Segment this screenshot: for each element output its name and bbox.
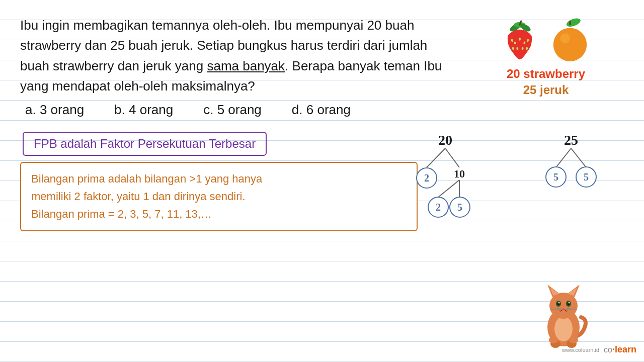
definition-text: Bilangan prima adalah bilangan >1 yang h… <box>31 170 407 223</box>
svg-point-24 <box>554 316 573 341</box>
svg-point-43 <box>549 336 558 343</box>
choice-d: d. 6 orang <box>292 102 351 118</box>
svg-point-34 <box>558 302 560 304</box>
colearn-brand: co·learn <box>604 344 636 355</box>
svg-line-19 <box>438 180 459 198</box>
fruit-images <box>500 18 593 63</box>
node-5-right-r: 5 <box>576 166 597 188</box>
svg-point-15 <box>553 28 587 62</box>
orange-label: 25 jeruk <box>523 83 569 97</box>
fruit-section: 20 strawberry 25 jeruk <box>468 15 624 97</box>
def-line3: Bilangan prima = 2, 3, 5, 7, 11, 13,… <box>31 208 212 220</box>
fpb-label: FPB adalah Faktor Persekutuan Terbesar <box>34 137 256 150</box>
svg-line-17 <box>427 148 445 167</box>
tree-25: 25 5 5 <box>543 132 599 188</box>
strawberry-label: 20 strawberry <box>507 67 585 81</box>
top-section: Ibu ingin membagikan temannya oleh-oleh.… <box>20 15 624 97</box>
factor-trees: 20 2 10 2 5 <box>413 132 599 213</box>
definition-box: Bilangan prima adalah bilangan >1 yang h… <box>20 162 418 231</box>
svg-point-5 <box>519 37 521 40</box>
strawberry-icon <box>500 19 540 62</box>
question-text: Ibu ingin membagikan temannya oleh-oleh.… <box>20 15 458 96</box>
svg-point-13 <box>565 18 581 28</box>
orange-icon <box>547 18 593 63</box>
colearn-url: www.colearn.id <box>562 347 599 353</box>
choices: a. 3 orang b. 4 orang c. 5 orang d. 6 or… <box>20 102 624 118</box>
svg-line-22 <box>571 148 586 167</box>
node-10: 10 <box>449 167 470 180</box>
svg-point-35 <box>569 302 570 304</box>
fpb-box: FPB adalah Faktor Persekutuan Terbesar <box>23 132 267 156</box>
svg-line-21 <box>556 148 571 167</box>
svg-line-18 <box>445 148 459 167</box>
def-line2: memiliki 2 faktor, yaitu 1 dan dirinya s… <box>31 190 246 203</box>
page: Ibu ingin membagikan temannya oleh-oleh.… <box>0 0 644 362</box>
node-2-right: 2 <box>428 197 449 218</box>
node-5-right-l: 5 <box>545 166 567 188</box>
factor-tree-section: 20 2 10 2 5 <box>413 132 599 213</box>
node-2-left: 2 <box>416 167 437 189</box>
def-line1: Bilangan prima adalah bilangan >1 yang h… <box>31 172 262 185</box>
choice-b: b. 4 orang <box>114 102 173 118</box>
cat-illustration <box>533 269 594 352</box>
underline-text: sama banyak <box>207 58 285 73</box>
svg-point-16 <box>560 33 570 43</box>
tree-20: 20 2 10 2 5 <box>413 132 478 213</box>
node-5-left: 5 <box>449 197 470 218</box>
choice-c: c. 5 orang <box>203 102 262 118</box>
cat-svg <box>533 269 594 350</box>
choice-a: a. 3 orang <box>25 102 84 118</box>
svg-point-44 <box>569 336 578 343</box>
colearn-logo: www.colearn.id co·learn <box>562 344 636 355</box>
